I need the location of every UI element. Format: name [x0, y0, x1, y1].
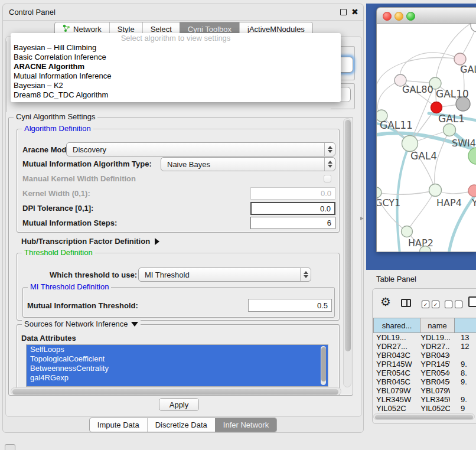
table-row[interactable]: YDL19...YDL19...13: [373, 333, 476, 342]
data-attributes-list[interactable]: SelfLoopsTopologicalCoefficientBetweenne…: [26, 344, 328, 387]
tab-impute-data[interactable]: Impute Data: [90, 418, 147, 432]
network-view-window[interactable]: GALGAL80GAL10GAL1GAL11SWI4GAL4GCY1HAP4YH…: [376, 7, 476, 252]
table-row[interactable]: YPR145WYPR145W9.: [373, 360, 476, 369]
which-threshold-label: Which threshold to use:: [50, 270, 137, 279]
collapse-down-icon[interactable]: [131, 322, 138, 327]
aracne-mode-combo[interactable]: Discovery: [66, 142, 335, 156]
which-threshold-combo[interactable]: MI Threshold: [138, 268, 311, 282]
network-node[interactable]: [454, 53, 466, 65]
manual-kernel-checkbox[interactable]: [324, 175, 331, 182]
maximize-window-icon[interactable]: [406, 12, 415, 21]
settings-vscrollbar[interactable]: [343, 118, 351, 387]
apply-button[interactable]: Apply: [159, 398, 199, 411]
mi-threshold-field[interactable]: 0.5: [248, 299, 332, 312]
minimize-window-icon[interactable]: [395, 12, 403, 21]
tab-discretize-data[interactable]: Discretize Data: [147, 418, 215, 432]
hidden-groupbox-left-edge: [6, 41, 9, 112]
network-node[interactable]: [429, 184, 442, 197]
table-row[interactable]: YDR27...YDR27...12: [373, 342, 476, 351]
network-edge[interactable]: [377, 190, 435, 194]
table-hscrollbar-thumb[interactable]: [375, 415, 473, 419]
algorithm-dropdown-popup: Select algorithm to view settings Bayesi…: [11, 33, 341, 102]
tab-infer-network[interactable]: Infer Network: [215, 418, 276, 432]
dpi-tolerance-field[interactable]: 0.0: [250, 202, 335, 215]
table-row[interactable]: YBR045CYBR045C9.: [373, 377, 476, 386]
table-column-header[interactable]: shared...: [373, 318, 420, 333]
show-columns-icon[interactable]: ✓✓: [422, 301, 439, 308]
close-window-icon[interactable]: [383, 12, 392, 21]
combo-stepper-icon[interactable]: [300, 268, 311, 281]
attribute-list-item[interactable]: SelfLoops: [27, 345, 328, 354]
float-window-icon[interactable]: [340, 9, 347, 15]
bottom-tabbar: Impute DataDiscretize DataInfer Network: [2, 418, 364, 432]
network-node[interactable]: [431, 102, 442, 113]
table-row[interactable]: YBR043CYBR043C: [373, 351, 476, 360]
network-node[interactable]: [468, 148, 476, 164]
table-cell: 8.: [450, 369, 476, 377]
table-column-header[interactable]: [455, 318, 476, 333]
network-node[interactable]: [402, 136, 418, 152]
table-row[interactable]: YBL079WYBL079W: [373, 386, 476, 395]
network-node[interactable]: [402, 226, 413, 237]
network-node[interactable]: [377, 187, 382, 198]
network-window-titlebar[interactable]: [377, 8, 476, 24]
node-label: HAP2: [408, 237, 433, 249]
combo-stepper-icon[interactable]: [324, 158, 335, 171]
hub-definition-expander[interactable]: Hub/Transcription Factor Definition: [21, 236, 159, 246]
table-row[interactable]: YLR345WYLR345W9.: [373, 395, 476, 404]
dropdown-item[interactable]: Dream8 DC_TDC Algorithm: [11, 90, 341, 100]
dropdown-item[interactable]: Bayesian – Hill Climbing: [11, 43, 341, 53]
settings-vscrollbar-thumb[interactable]: [345, 120, 351, 351]
table-row[interactable]: YIL052CYIL052C9: [373, 404, 476, 412]
network-node[interactable]: [471, 24, 476, 32]
list-vscrollbar-thumb[interactable]: [321, 347, 326, 381]
network-canvas[interactable]: GALGAL80GAL10GAL1GAL11SWI4GAL4GCY1HAP4YH…: [377, 24, 476, 252]
table-rows[interactable]: YDL19...YDL19...13YDR27...YDR27...12YBR0…: [373, 333, 476, 412]
hide-columns-icon[interactable]: [445, 301, 462, 308]
sources-title: Sources for Network Inference: [24, 319, 128, 328]
network-node[interactable]: [468, 185, 476, 197]
table-cell: YBR045C: [373, 377, 418, 386]
table-cell: 9: [450, 404, 476, 412]
attribute-list-item[interactable]: [27, 383, 328, 387]
table-cell: YER054C: [418, 369, 450, 377]
network-node[interactable]: [444, 124, 456, 136]
table-hscrollbar[interactable]: [373, 413, 475, 420]
table-header[interactable]: shared...name: [373, 318, 476, 333]
minimized-panel-icon[interactable]: [5, 444, 15, 450]
kernel-width-field[interactable]: 0.0: [250, 187, 335, 200]
dropdown-item[interactable]: Basic Correlation Inference: [11, 53, 341, 62]
close-panel-icon[interactable]: ✖: [351, 9, 358, 15]
network-edge[interactable]: [377, 58, 460, 84]
network-edge[interactable]: [400, 53, 460, 80]
node-label: GAL10: [436, 88, 469, 100]
settings-hscrollbar-thumb[interactable]: [12, 389, 338, 394]
table-column-header[interactable]: name: [420, 318, 455, 333]
settings-hscrollbar[interactable]: [11, 387, 341, 395]
dropdown-item[interactable]: Mutual Information Inference: [11, 71, 341, 81]
table-row[interactable]: YER054CYER054C8.: [373, 369, 476, 377]
network-edge[interactable]: [407, 190, 435, 231]
table-cell: YBR045C: [418, 377, 450, 386]
node-label: GCY1: [377, 197, 400, 208]
mi-type-combo[interactable]: Naive Bayes: [161, 157, 335, 171]
cursor-pointer: [360, 217, 364, 220]
table-cell: YPR145W: [418, 360, 450, 369]
combo-stepper-icon[interactable]: [324, 143, 335, 156]
split-columns-icon[interactable]: [401, 299, 411, 307]
dropdown-prompt: Select algorithm to view settings: [11, 33, 341, 43]
list-vscrollbar[interactable]: [321, 346, 326, 385]
gear-icon[interactable]: ⚙: [380, 296, 391, 308]
mi-steps-field[interactable]: 6: [250, 217, 335, 229]
table-cell: YLR345W: [418, 395, 450, 404]
new-column-icon[interactable]: [468, 296, 476, 307]
attribute-list-item[interactable]: TopologicalCoefficient: [27, 354, 328, 364]
attribute-list-item[interactable]: gal4RGexp: [27, 373, 328, 383]
dropdown-item[interactable]: ARACNE Algorithm: [11, 62, 341, 71]
table-cell: [450, 386, 476, 395]
table-cell: YDR27...: [373, 342, 418, 351]
attribute-list-item[interactable]: BetweennessCentrality: [27, 364, 328, 373]
expand-right-icon[interactable]: [155, 238, 159, 245]
dropdown-item[interactable]: Bayesian – K2: [11, 81, 341, 90]
dpi-tolerance-label: DPI Tolerance [0,1]:: [22, 204, 93, 213]
